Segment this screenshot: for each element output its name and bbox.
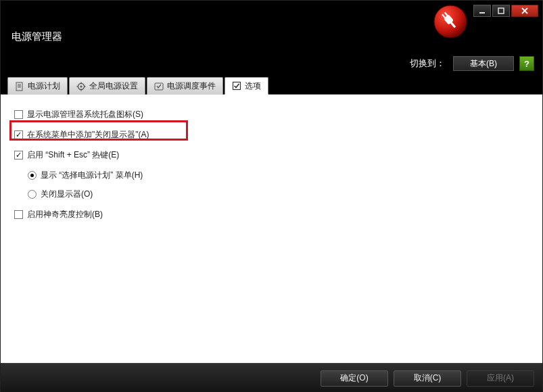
app-title: 电源管理器 [11, 30, 62, 43]
titlebar: 电源管理器 [1, 1, 542, 51]
cancel-button[interactable]: 取消(C) [394, 370, 461, 387]
tab-label: 电源调度事件 [167, 80, 216, 92]
maximize-button[interactable] [492, 5, 510, 17]
basic-mode-button[interactable]: 基本(B) [453, 56, 514, 71]
option-add-turnoff-display: 在系统菜单中添加"关闭显示器"(A) [14, 126, 529, 143]
tab-label: 选项 [245, 80, 261, 92]
radio-show-plan-menu[interactable] [28, 171, 37, 180]
option-label: 启用神奇亮度控制(B) [27, 209, 103, 220]
toolbar: 切换到： 基本(B) ? [1, 51, 542, 76]
radio-turn-off-display-row: 关闭显示器(O) [14, 185, 529, 203]
tab-options[interactable]: 选项 [225, 77, 268, 95]
option-label: 启用 “Shift + Esc” 热键(E) [27, 149, 119, 161]
svg-point-12 [80, 85, 82, 87]
svg-rect-18 [233, 82, 241, 90]
svg-rect-6 [498, 8, 504, 14]
radio-turn-off-display[interactable] [28, 190, 37, 199]
option-enable-shift-esc: 启用 “Shift + Esc” 热键(E) [14, 146, 529, 164]
apply-button: 应用(A) [467, 370, 534, 387]
dialog-footer: 确定(O) 取消(C) 应用(A) [1, 363, 542, 392]
tab-global-settings[interactable]: 全局电源设置 [69, 77, 145, 95]
option-label: 在系统菜单中添加"关闭显示器"(A) [27, 129, 149, 141]
app-plug-icon [433, 4, 468, 39]
svg-rect-7 [16, 82, 22, 91]
document-icon [15, 82, 24, 91]
checkbox-magic-brightness[interactable] [14, 210, 23, 219]
window: 电源管理器 切换到： 基本(B) ? 电源计划 全局电源设置 电源调度事件 [0, 0, 543, 392]
close-button[interactable] [511, 5, 538, 17]
tab-label: 电源计划 [28, 80, 60, 92]
options-panel: 显示电源管理器系统托盘图标(S) 在系统菜单中添加"关闭显示器"(A) 启用 “… [1, 95, 542, 363]
tab-power-events[interactable]: 电源调度事件 [147, 77, 223, 95]
tab-power-plan[interactable]: 电源计划 [7, 77, 68, 95]
checkbox-icon [232, 81, 241, 91]
tab-label: 全局电源设置 [89, 80, 138, 92]
option-label: 显示电源管理器系统托盘图标(S) [27, 109, 143, 120]
switch-to-label: 切换到： [410, 57, 445, 70]
checkbox-show-tray-icon[interactable] [14, 110, 23, 119]
gear-icon [76, 82, 86, 91]
svg-rect-5 [479, 12, 485, 14]
tab-bar: 电源计划 全局电源设置 电源调度事件 选项 [1, 76, 542, 95]
radio-show-plan-menu-row: 显示 “选择电源计划” 菜单(H) [14, 166, 529, 184]
option-label: 显示 “选择电源计划” 菜单(H) [41, 170, 143, 181]
checkbox-enable-shift-esc[interactable] [14, 151, 23, 160]
event-icon [154, 82, 164, 91]
ok-button[interactable]: 确定(O) [321, 370, 388, 387]
option-show-tray-icon: 显示电源管理器系统托盘图标(S) [14, 105, 529, 123]
checkbox-add-turnoff-display[interactable] [14, 130, 23, 139]
window-controls [473, 5, 538, 17]
option-magic-brightness: 启用神奇亮度控制(B) [14, 205, 529, 223]
minimize-button[interactable] [473, 5, 491, 17]
option-label: 关闭显示器(O) [41, 189, 93, 200]
help-button[interactable]: ? [519, 56, 534, 71]
